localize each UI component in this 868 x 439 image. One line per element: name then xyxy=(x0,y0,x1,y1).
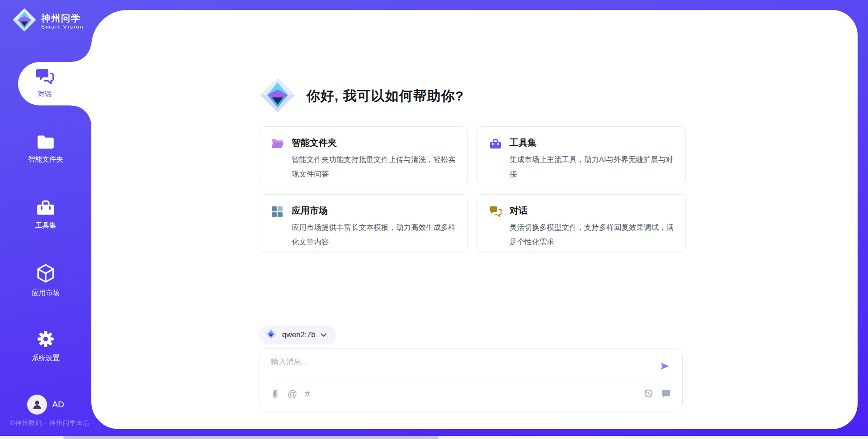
history-icon[interactable] xyxy=(643,388,654,399)
send-icon[interactable] xyxy=(659,360,670,374)
folder-icon xyxy=(37,134,55,152)
sidebar-item-label: 智能文件夹 xyxy=(28,155,63,164)
sidebar-item-label: 工具集 xyxy=(35,221,57,230)
brand: 神州问学 Smart Vision xyxy=(12,7,84,34)
card-description: 智能文件夹功能支持批量文件上传与清洗，轻松实现文件问答 xyxy=(292,152,456,181)
card-title: 工具集 xyxy=(509,137,537,149)
card-toolset[interactable]: 工具集 集成市场上主流工具，助力AI与外界无缝扩展与对接 xyxy=(476,126,686,185)
sidebar: 神州问学 Smart Vision 对话 智能文件夹 xyxy=(0,0,91,439)
brand-subtitle: Smart Vision xyxy=(41,24,84,29)
greeting-block: 你好, 我可以如何帮助你? xyxy=(259,76,464,116)
copyright-text: ©神州数码 · 神州问学出品 xyxy=(10,419,90,427)
brand-name: 神州问学 xyxy=(41,13,84,24)
model-diamond-logo-icon xyxy=(265,328,277,342)
card-title: 应用市场 xyxy=(292,205,328,217)
sidebar-item-label: 对话 xyxy=(38,90,52,99)
chevron-down-icon xyxy=(321,331,327,339)
at-mention-icon[interactable]: @ xyxy=(288,388,297,399)
chat-bubbles-icon xyxy=(489,206,501,218)
user-name: AD xyxy=(52,400,64,410)
card-title: 对话 xyxy=(509,205,528,217)
sidebar-item-label: 应用市场 xyxy=(32,288,60,298)
card-smart-folder[interactable]: 智能文件夹 智能文件夹功能支持批量文件上传与清洗，轻松实现文件问答 xyxy=(259,126,468,185)
content-column: 你好, 我可以如何帮助你? 智能文件夹 智能文件夹功能支持批量文件上传与清洗，轻… xyxy=(259,10,686,429)
card-app-market[interactable]: 应用市场 应用市场提供丰富长文本模板，助力高效生成多样化文章内容 xyxy=(259,194,468,253)
feature-cards: 智能文件夹 智能文件夹功能支持批量文件上传与清洗，轻松实现文件问答 工具集 集成… xyxy=(259,126,686,253)
app-root: 神州问学 Smart Vision 对话 智能文件夹 xyxy=(0,0,868,439)
avatar xyxy=(27,395,47,415)
grid-icon xyxy=(271,206,283,218)
model-name: qwen2:7b xyxy=(282,330,316,339)
brand-diamond-logo-icon xyxy=(12,7,37,34)
card-description: 应用市场提供丰富长文本模板，助力高效生成多样化文章内容 xyxy=(292,220,456,249)
card-chat[interactable]: 对话 灵活切换多模型文件，支持多样回复效果调试，满足个性化需求 xyxy=(476,194,686,253)
greeting-title: 你好, 我可以如何帮助你? xyxy=(307,87,464,105)
sidebar-item-smart-folder[interactable]: 智能文件夹 xyxy=(0,128,91,171)
hashtag-icon[interactable]: # xyxy=(305,388,310,399)
sidebar-item-label: 系统设置 xyxy=(32,353,60,363)
sidebar-item-app-market[interactable]: 应用市场 xyxy=(0,259,91,302)
chat-bubbles-icon xyxy=(36,68,54,86)
card-description: 灵活切换多模型文件，支持多样回复效果调试，满足个性化需求 xyxy=(509,220,674,249)
horizontal-scrollbar[interactable] xyxy=(0,436,868,439)
toolbox-icon xyxy=(36,200,55,218)
message-input[interactable] xyxy=(271,357,651,379)
paperclip-icon[interactable] xyxy=(270,388,280,399)
folder-icon xyxy=(271,138,283,150)
toolbox-icon xyxy=(489,138,501,150)
gear-icon xyxy=(36,329,55,350)
cube-icon xyxy=(36,263,55,285)
sidebar-item-toolset[interactable]: 工具集 xyxy=(0,193,91,237)
scrollbar-thumb[interactable] xyxy=(63,436,439,439)
user-account[interactable]: AD xyxy=(0,394,91,415)
greeting-diamond-logo-icon xyxy=(259,76,297,116)
sidebar-item-chat[interactable]: 对话 xyxy=(18,62,91,105)
composer-divider xyxy=(267,383,674,383)
card-title: 智能文件夹 xyxy=(292,137,337,149)
main-panel: 你好, 我可以如何帮助你? 智能文件夹 智能文件夹功能支持批量文件上传与清洗，轻… xyxy=(91,10,858,429)
model-selector[interactable]: qwen2:7b xyxy=(259,325,336,344)
message-composer: @ # xyxy=(259,348,683,411)
composer-tools-right xyxy=(643,388,671,399)
message-bubble-icon[interactable] xyxy=(661,389,671,398)
sidebar-item-settings[interactable]: 系统设置 xyxy=(0,324,91,368)
composer-tools-left: @ # xyxy=(270,388,310,399)
card-description: 集成市场上主流工具，助力AI与外界无缝扩展与对接 xyxy=(509,152,674,181)
